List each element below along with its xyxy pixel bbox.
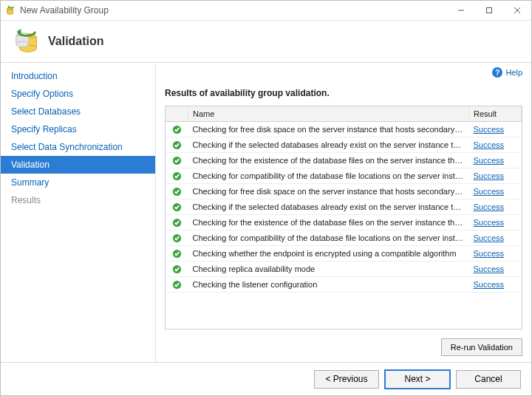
- help-icon: ?: [492, 67, 502, 78]
- validation-name: Checking for compatibility of the databa…: [188, 231, 469, 246]
- result-link[interactable]: Success: [474, 171, 505, 180]
- table-row[interactable]: Checking for compatibility of the databa…: [166, 168, 522, 184]
- result-link[interactable]: Success: [474, 202, 505, 211]
- table-row[interactable]: Checking for free disk space on the serv…: [166, 184, 522, 199]
- table-row[interactable]: Checking if the selected databases alrea…: [166, 137, 522, 153]
- table-row[interactable]: Checking for the existence of the databa…: [166, 215, 522, 231]
- next-button[interactable]: Next >: [385, 370, 450, 389]
- validation-result: Success: [469, 246, 522, 262]
- success-icon: [166, 199, 188, 215]
- footer: < Previous Next > Cancel: [1, 362, 531, 395]
- result-link[interactable]: Success: [474, 125, 505, 134]
- result-link[interactable]: Success: [474, 218, 505, 227]
- validation-name: Checking for the existence of the databa…: [188, 153, 469, 168]
- main-panel: ? Help Results of availability group val…: [156, 63, 531, 362]
- validation-name: Checking replica availability mode: [188, 262, 469, 277]
- result-link[interactable]: Success: [474, 264, 505, 273]
- success-icon: [166, 168, 188, 184]
- rerun-validation-button[interactable]: Re-run Validation: [441, 338, 522, 356]
- result-link[interactable]: Success: [474, 140, 505, 149]
- success-icon: [166, 215, 188, 231]
- result-link[interactable]: Success: [474, 249, 505, 258]
- validation-name: Checking the listener configuration: [188, 277, 469, 293]
- result-link[interactable]: Success: [474, 233, 505, 242]
- minimize-button[interactable]: [447, 1, 475, 20]
- validation-result: Success: [469, 137, 522, 153]
- validation-result: Success: [469, 231, 522, 246]
- table-row[interactable]: Checking replica availability modeSucces…: [166, 262, 522, 277]
- validation-table: Name Result Checking for free disk space…: [165, 106, 522, 330]
- table-row[interactable]: Checking for compatibility of the databa…: [166, 231, 522, 246]
- success-icon: [166, 137, 188, 153]
- result-link[interactable]: Success: [474, 187, 505, 196]
- header: Validation: [1, 21, 531, 63]
- success-icon: [166, 184, 188, 199]
- success-icon: [166, 277, 188, 293]
- help-link[interactable]: ? Help: [492, 67, 522, 78]
- validation-result: Success: [469, 262, 522, 277]
- success-icon: [166, 231, 188, 246]
- sidebar-item-specify-options[interactable]: Specify Options: [1, 85, 155, 103]
- validation-result: Success: [469, 199, 522, 215]
- sidebar-item-select-databases[interactable]: Select Databases: [1, 103, 155, 120]
- wizard-window: New Availability Group Validation Introd…: [0, 0, 532, 396]
- window-title: New Availability Group: [20, 5, 447, 16]
- success-icon: [166, 122, 188, 137]
- col-name-header[interactable]: Name: [188, 106, 469, 122]
- help-label: Help: [505, 68, 522, 77]
- table-row[interactable]: Checking for the existence of the databa…: [166, 153, 522, 168]
- validation-result: Success: [469, 277, 522, 293]
- help-row: ? Help: [156, 63, 531, 82]
- validation-name: Checking for free disk space on the serv…: [188, 184, 469, 199]
- success-icon: [166, 246, 188, 262]
- success-icon: [166, 262, 188, 277]
- table-row[interactable]: Checking if the selected databases alrea…: [166, 199, 522, 215]
- col-result-header[interactable]: Result: [469, 106, 522, 122]
- table-row[interactable]: Checking the listener configurationSucce…: [166, 277, 522, 293]
- sidebar-item-results: Results: [1, 191, 155, 209]
- validation-name: Checking for the existence of the databa…: [188, 215, 469, 231]
- results-caption: Results of availability group validation…: [156, 82, 531, 106]
- svg-rect-3: [487, 8, 492, 13]
- sidebar-item-introduction[interactable]: Introduction: [1, 67, 155, 85]
- table-row[interactable]: Checking whether the endpoint is encrypt…: [166, 246, 522, 262]
- success-icon: [166, 153, 188, 168]
- validation-result: Success: [469, 153, 522, 168]
- body: IntroductionSpecify OptionsSelect Databa…: [1, 63, 531, 362]
- maximize-button[interactable]: [475, 1, 503, 20]
- sidebar-item-summary[interactable]: Summary: [1, 174, 155, 191]
- validation-name: Checking for compatibility of the databa…: [188, 168, 469, 184]
- validation-name: Checking if the selected databases alrea…: [188, 199, 469, 215]
- previous-button[interactable]: < Previous: [314, 370, 379, 389]
- cancel-button[interactable]: Cancel: [456, 370, 521, 389]
- col-status-icon: [166, 106, 188, 122]
- page-title: Validation: [48, 35, 104, 48]
- rerun-row: Re-run Validation: [156, 335, 531, 362]
- validation-result: Success: [469, 168, 522, 184]
- sidebar-item-select-data-synchronization[interactable]: Select Data Synchronization: [1, 138, 155, 156]
- result-link[interactable]: Success: [474, 156, 505, 165]
- table-row[interactable]: Checking for free disk space on the serv…: [166, 122, 522, 137]
- validation-name: Checking if the selected databases alrea…: [188, 137, 469, 153]
- validation-result: Success: [469, 184, 522, 199]
- validation-result: Success: [469, 122, 522, 137]
- svg-point-11: [16, 41, 29, 47]
- validation-name: Checking for free disk space on the serv…: [188, 122, 469, 137]
- wizard-icon: [13, 27, 41, 55]
- validation-name: Checking whether the endpoint is encrypt…: [188, 246, 469, 262]
- sidebar-item-specify-replicas[interactable]: Specify Replicas: [1, 120, 155, 138]
- close-button[interactable]: [503, 1, 531, 20]
- sidebar-item-validation[interactable]: Validation: [1, 156, 155, 174]
- sidebar: IntroductionSpecify OptionsSelect Databa…: [1, 63, 156, 362]
- app-icon: [5, 5, 16, 16]
- titlebar: New Availability Group: [1, 1, 531, 21]
- svg-rect-0: [7, 8, 13, 15]
- validation-result: Success: [469, 215, 522, 231]
- result-link[interactable]: Success: [474, 280, 505, 289]
